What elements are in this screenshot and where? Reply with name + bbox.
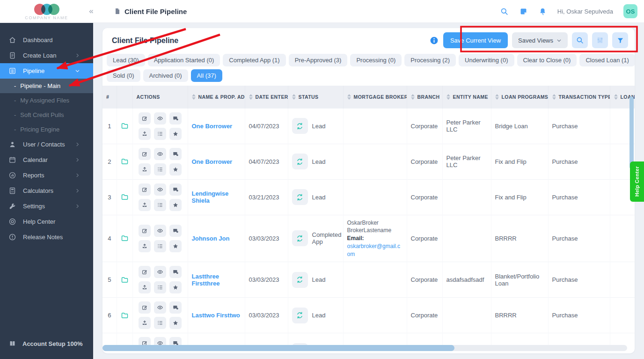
star-action-button[interactable] [169, 163, 182, 176]
column-header-branch[interactable]: BRANCH [407, 86, 442, 108]
tab-pre-approved-3[interactable]: Pre-Approved (3) [289, 54, 348, 66]
search-icon[interactable] [500, 7, 509, 16]
folder-icon[interactable] [121, 191, 129, 203]
edit-action-button[interactable] [139, 148, 151, 160]
sidebar-item-calculators[interactable]: Calculators [0, 183, 93, 198]
borrower-name-link[interactable]: Lastthree Firstthree [192, 273, 220, 287]
tab-sold-0[interactable]: Sold (0) [107, 69, 140, 82]
borrower-name-link[interactable]: Johnson Jon [192, 235, 230, 242]
checklist-action-button[interactable] [154, 128, 166, 140]
edit-action-button[interactable] [139, 112, 151, 125]
upload-action-button[interactable] [139, 128, 151, 140]
chat-action-button[interactable] [169, 183, 182, 196]
edit-action-button[interactable] [139, 225, 151, 237]
vertical-scrollbar[interactable] [629, 96, 634, 169]
upload-action-button[interactable] [139, 199, 151, 211]
save-current-view-button[interactable]: Save Current View [443, 32, 508, 48]
status-refresh-icon[interactable] [292, 189, 308, 205]
notes-icon[interactable] [519, 7, 528, 16]
star-action-button[interactable] [169, 199, 182, 211]
eye-action-button[interactable] [154, 112, 166, 125]
horizontal-scrollbar-thumb[interactable] [102, 345, 454, 351]
checklist-action-button[interactable] [154, 199, 166, 211]
folder-icon[interactable] [121, 310, 129, 321]
borrower-name-link[interactable]: One Borrower [192, 123, 233, 130]
sidebar-item-calendar[interactable]: Calendar [0, 152, 93, 168]
tab-underwriting-0[interactable]: Underwriting (0) [459, 54, 514, 66]
tab-clear-to-close-0[interactable]: Clear to Close (0) [517, 54, 577, 66]
checklist-action-button[interactable] [154, 240, 166, 252]
borrower-name-link[interactable]: Lendingwise Shiela [192, 190, 229, 204]
column-header-name-prop-addr[interactable]: NAME & PROP. ADDR [188, 86, 245, 108]
folder-icon[interactable] [121, 233, 129, 244]
column-settings-button[interactable] [592, 32, 608, 48]
folder-icon[interactable] [121, 156, 129, 167]
edit-action-button[interactable] [139, 301, 151, 314]
column-header-date-entered[interactable]: DATE ENTERED [245, 86, 288, 108]
help-center-tab[interactable]: Help Center [630, 161, 644, 202]
column-header-mortgage-broker[interactable]: MORTGAGE BROKER [343, 86, 407, 108]
status-refresh-icon[interactable] [292, 154, 308, 169]
sidebar-item-settings[interactable]: Settings [0, 198, 93, 214]
notifications-bell-icon[interactable] [538, 7, 547, 16]
status-refresh-icon[interactable] [292, 118, 308, 134]
upload-action-button[interactable] [139, 317, 151, 329]
edit-action-button[interactable] [139, 266, 151, 278]
sidebar-item-create-loan[interactable]: Create Loan [0, 48, 93, 63]
column-header-transaction-type[interactable]: TRANSACTION TYPE [548, 86, 610, 108]
info-icon[interactable] [429, 36, 439, 45]
column-header-entity-name[interactable]: ENTITY NAME [442, 86, 491, 108]
chat-action-button[interactable] [169, 301, 182, 314]
tab-lead-30[interactable]: Lead (30) [107, 54, 145, 66]
eye-action-button[interactable] [154, 266, 166, 278]
broker-email-link[interactable]: oskarbroker@gmail.com [347, 243, 401, 257]
tab-processing-2[interactable]: Processing (2) [404, 54, 456, 66]
borrower-name-link[interactable]: Lasttwo Firsttwo [192, 312, 240, 319]
star-action-button[interactable] [169, 281, 182, 293]
tab-all-37[interactable]: All (37) [191, 69, 222, 82]
sidebar-item-help-center[interactable]: Help Center [0, 214, 93, 229]
saved-views-button[interactable]: Saved Views [512, 32, 568, 48]
avatar[interactable]: OS [623, 4, 637, 18]
tab-application-started-0[interactable]: Application Started (0) [148, 54, 220, 66]
tab-closed-loan-1[interactable]: Closed Loan (1) [579, 54, 635, 66]
sidebar-item-my-assigned-files[interactable]: My Assigned Files [0, 93, 93, 108]
status-refresh-icon[interactable] [292, 230, 308, 246]
sidebar-item-pricing-engine[interactable]: Pricing Engine [0, 122, 93, 137]
eye-action-button[interactable] [154, 183, 166, 196]
upload-action-button[interactable] [139, 163, 151, 176]
sidebar-item-account-setup[interactable]: Account Setup 100% [0, 336, 93, 352]
chat-action-button[interactable] [169, 112, 182, 125]
checklist-action-button[interactable] [154, 163, 166, 176]
tab-processing-0[interactable]: Processing (0) [350, 54, 402, 66]
sidebar-item-release-notes[interactable]: Release Notes [0, 229, 93, 245]
folder-icon[interactable] [121, 120, 129, 132]
star-action-button[interactable] [169, 128, 182, 140]
upload-action-button[interactable] [139, 240, 151, 252]
column-header-status[interactable]: STATUS [288, 86, 343, 108]
filter-button[interactable] [612, 32, 628, 48]
status-refresh-icon[interactable] [292, 308, 308, 323]
table-search-button[interactable] [572, 32, 588, 48]
chat-action-button[interactable] [169, 148, 182, 160]
tab-archived-0[interactable]: Archived (0) [143, 69, 188, 82]
star-action-button[interactable] [169, 240, 182, 252]
eye-action-button[interactable] [154, 301, 166, 314]
eye-action-button[interactable] [154, 225, 166, 237]
chat-action-button[interactable] [169, 266, 182, 278]
eye-action-button[interactable] [154, 148, 166, 160]
sidebar-item-user-contacts[interactable]: User / Contacts [0, 137, 93, 152]
star-action-button[interactable] [169, 317, 182, 329]
checklist-action-button[interactable] [154, 281, 166, 293]
upload-action-button[interactable] [139, 281, 151, 293]
sidebar-item-pipeline-main[interactable]: Pipeline - Main [0, 79, 93, 93]
sidebar-collapse-button[interactable]: « [82, 7, 101, 16]
folder-icon[interactable] [121, 274, 129, 286]
status-refresh-icon[interactable] [292, 272, 308, 288]
sidebar-item-reports[interactable]: Reports [0, 168, 93, 183]
tab-completed-app-1[interactable]: Completed App (1) [223, 54, 285, 66]
borrower-name-link[interactable]: One Borrower [192, 158, 233, 165]
checklist-action-button[interactable] [154, 317, 166, 329]
sidebar-item-soft-credit-pulls[interactable]: Soft Credit Pulls [0, 108, 93, 122]
sidebar-item-pipeline[interactable]: Pipeline [0, 63, 93, 79]
